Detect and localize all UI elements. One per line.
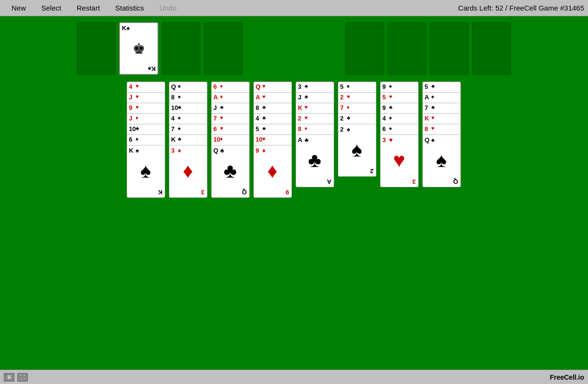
free-cell-2[interactable]: K♠ ♚ K♠ xyxy=(119,22,158,75)
card[interactable]: 9♦♦9 xyxy=(253,145,292,198)
column-5[interactable]: 3♣J♣K♥2♥8♦A♣♣A xyxy=(296,82,335,187)
menu-restart[interactable]: Restart xyxy=(69,2,108,14)
free-cells: K♠ ♚ K♠ xyxy=(77,22,243,75)
column-6[interactable]: 5♠2♥7♦2♣2♠♠2 xyxy=(338,82,377,177)
column-3[interactable]: 6♦A♦J♣7♥6♥10♦Q♣♣Q xyxy=(211,82,251,198)
foundation-1[interactable] xyxy=(345,22,384,75)
card[interactable]: 3♥♥3 xyxy=(380,134,419,187)
taskbar: 🖥 ⛶ FreeCell.io xyxy=(0,370,588,384)
taskbar-left: 🖥 ⛶ xyxy=(4,373,28,382)
card[interactable]: Q♣♣Q xyxy=(211,145,250,198)
column-7[interactable]: 9♠5♥9♣4♠6♠3♥♥3 xyxy=(380,82,420,187)
fullscreen-icon[interactable]: ⛶ xyxy=(17,373,28,382)
card[interactable]: Q♠♠Q xyxy=(422,134,461,187)
column-8[interactable]: 5♣A♠7♣K♥8♥Q♠♠Q xyxy=(422,82,462,187)
menu-statistics[interactable]: Statistics xyxy=(108,2,152,14)
brand-label: FreeCell.io xyxy=(550,373,584,381)
card[interactable]: 2♠♠2 xyxy=(338,124,376,177)
card[interactable]: 3♦♦3 xyxy=(169,145,207,198)
game-area: K♠ ♚ K♠ 4♥J♥9♥J♦10♣6♠K♠♠KQ♠8♠10♣4♠7♠K♣3♦… xyxy=(0,16,588,370)
foundation-4[interactable] xyxy=(472,22,511,75)
columns-area: 4♥J♥9♥J♦10♣6♠K♠♠KQ♠8♠10♣4♠7♠K♣3♦♦36♦A♦J♣… xyxy=(0,75,588,198)
status-bar: Cards Left: 52 / FreeCell Game #31465 xyxy=(458,4,584,12)
column-1[interactable]: 4♥J♥9♥J♦10♣6♠K♠♠K xyxy=(127,82,166,198)
menu-new[interactable]: New xyxy=(4,2,34,14)
menu-select[interactable]: Select xyxy=(34,2,69,14)
menu-undo[interactable]: Undo xyxy=(152,2,184,14)
foundation-2[interactable] xyxy=(387,22,427,75)
monitor-icon[interactable]: 🖥 xyxy=(4,373,14,382)
menubar: New Select Restart Statistics Undo Cards… xyxy=(0,0,588,16)
column-2[interactable]: Q♠8♠10♣4♠7♠K♣3♦♦3 xyxy=(169,82,208,198)
free-cell-4[interactable] xyxy=(204,22,243,75)
card[interactable]: A♣♣A xyxy=(296,134,334,187)
top-area: K♠ ♚ K♠ xyxy=(0,16,588,75)
free-cell-3[interactable] xyxy=(161,22,201,75)
free-cell-1[interactable] xyxy=(77,22,116,75)
foundations xyxy=(345,22,511,75)
card[interactable]: K♠♠K xyxy=(127,145,165,198)
foundation-3[interactable] xyxy=(430,22,469,75)
column-4[interactable]: Q♥A♥8♣4♣5♣10♥9♦♦9 xyxy=(253,82,293,198)
